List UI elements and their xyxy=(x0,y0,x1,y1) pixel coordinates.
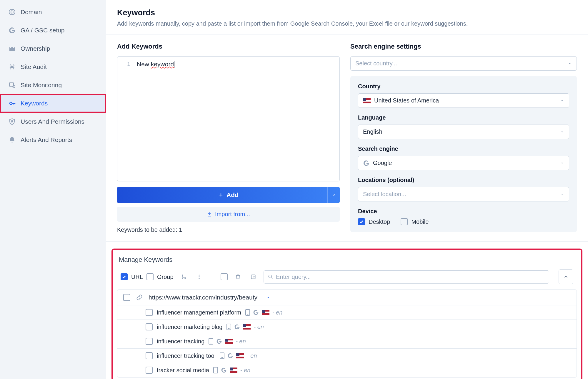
select-all-checkbox[interactable] xyxy=(221,273,228,280)
hierarchy-toggle[interactable] xyxy=(179,272,189,282)
device-mobile-checkbox[interactable]: Mobile xyxy=(401,218,429,225)
group-checkbox[interactable]: Group xyxy=(146,273,174,280)
settings-panel: Country United States of America Languag… xyxy=(350,76,577,232)
manage-keywords-title: Manage Keywords xyxy=(117,256,577,264)
sidebar-item-ownership[interactable]: Ownership xyxy=(0,39,106,58)
sidebar-item-site-audit[interactable]: Site Audit xyxy=(0,58,106,76)
shield-icon xyxy=(8,118,16,125)
us-flag-icon xyxy=(363,98,371,103)
page-subtitle: Add keywords manually, copy and paste a … xyxy=(117,20,577,27)
key-icon xyxy=(8,100,16,107)
keyword-text: influencer marketing blog xyxy=(157,324,222,330)
svg-point-10 xyxy=(199,276,199,277)
mobile-icon xyxy=(245,309,250,316)
caret-down-icon xyxy=(560,130,564,134)
svg-rect-8 xyxy=(184,278,186,279)
device-desktop-label: Desktop xyxy=(369,219,390,225)
url-label: URL xyxy=(131,274,143,280)
url-row-checkbox[interactable] xyxy=(123,294,130,301)
manage-toolbar: URL Group xyxy=(117,269,577,289)
caret-down-icon xyxy=(568,62,572,66)
table-row[interactable]: influencer marketing blog - en xyxy=(117,320,577,334)
table-row[interactable]: tracker social media - en xyxy=(117,363,577,377)
google-g-icon xyxy=(8,27,16,34)
sidebar-item-ga-gsc[interactable]: GA / GSC setup xyxy=(0,21,106,39)
table-row[interactable]: influencer management platform - en xyxy=(117,305,577,320)
locations-select[interactable]: Select location... xyxy=(358,187,569,201)
more-options[interactable] xyxy=(194,272,204,282)
mobile-icon xyxy=(209,338,213,345)
engine-select[interactable]: Google xyxy=(358,156,569,170)
caret-down-icon xyxy=(266,295,270,299)
row-checkbox[interactable] xyxy=(146,309,153,316)
table-url-row[interactable]: https://www.traackr.com/industry/beauty xyxy=(117,290,577,305)
url-checkbox[interactable]: URL xyxy=(121,273,143,280)
url-expand-caret[interactable] xyxy=(266,295,270,299)
bell-icon xyxy=(8,136,16,144)
svg-point-1 xyxy=(11,66,13,68)
locations-label: Locations (optional) xyxy=(358,177,569,183)
page-title: Keywords xyxy=(117,8,577,17)
import-button[interactable]: Import from... xyxy=(117,207,340,222)
row-checkbox[interactable] xyxy=(146,352,153,359)
editor-gutter: 1 xyxy=(117,57,134,181)
editor-body[interactable]: New keyword xyxy=(134,57,339,181)
google-icon xyxy=(363,160,369,166)
sidebar-item-label: Ownership xyxy=(21,45,50,52)
keyword-lang: - en xyxy=(272,309,282,316)
checkbox-checked-icon xyxy=(121,273,128,280)
keywords-editor[interactable]: 1 New keyword xyxy=(117,56,340,181)
row-checkbox[interactable] xyxy=(146,367,153,374)
keywords-count: Keywords to be added: 1 xyxy=(117,226,340,233)
country-label: Country xyxy=(358,83,569,90)
query-search[interactable] xyxy=(264,270,549,284)
table-row[interactable]: influencer tracking tool - en xyxy=(117,349,577,363)
device-desktop-checkbox[interactable]: Desktop xyxy=(358,218,390,225)
import-button-label: Import from... xyxy=(215,211,250,218)
language-select[interactable]: English xyxy=(358,125,569,139)
sidebar-item-domain[interactable]: Domain xyxy=(0,3,106,21)
collapse-button[interactable] xyxy=(559,269,573,284)
caret-down-icon xyxy=(560,161,564,165)
add-button-caret[interactable] xyxy=(327,187,340,203)
query-input[interactable] xyxy=(276,274,545,280)
add-button-label: Add xyxy=(226,191,239,198)
country-placeholder-select[interactable]: Select country... xyxy=(350,56,577,71)
caret-down-icon xyxy=(560,99,564,103)
svg-rect-7 xyxy=(182,278,183,279)
hierarchy-icon xyxy=(181,274,187,280)
country-select[interactable]: United States of America xyxy=(358,93,569,108)
delete-button[interactable] xyxy=(233,272,243,282)
monitor-icon xyxy=(8,81,16,89)
sidebar-item-label: Domain xyxy=(21,9,42,16)
google-icon xyxy=(234,324,240,330)
google-icon xyxy=(221,367,227,373)
sidebar-item-alerts-reports[interactable]: Alerts And Reports xyxy=(0,131,106,149)
language-value: English xyxy=(363,128,382,135)
link-icon xyxy=(136,294,143,301)
sidebar-item-site-monitoring[interactable]: Site Monitoring xyxy=(0,76,106,94)
keyword-meta: - en xyxy=(220,352,257,359)
globe-icon xyxy=(8,8,16,16)
sidebar-item-label: Alerts And Reports xyxy=(21,136,72,143)
locations-placeholder: Select location... xyxy=(363,191,406,198)
us-flag-icon xyxy=(225,339,233,344)
device-mobile-label: Mobile xyxy=(411,219,429,225)
upload-icon xyxy=(207,212,212,217)
sidebar-item-keywords[interactable]: Keywords xyxy=(0,94,106,112)
row-checkbox[interactable] xyxy=(146,323,153,330)
mobile-icon xyxy=(213,367,218,373)
us-flag-icon xyxy=(262,310,269,315)
move-button[interactable] xyxy=(248,272,258,282)
move-icon xyxy=(250,274,256,280)
country-value: United States of America xyxy=(374,97,439,104)
table-row[interactable]: influencer tracking - en xyxy=(117,334,577,349)
add-button[interactable]: Add xyxy=(117,187,340,203)
sidebar-item-label: Site Monitoring xyxy=(21,82,62,89)
sidebar-item-label: Keywords xyxy=(21,100,48,107)
row-checkbox[interactable] xyxy=(146,338,153,345)
google-icon xyxy=(227,353,233,359)
svg-point-5 xyxy=(11,120,13,122)
sidebar-item-users-permissions[interactable]: Users And Permissions xyxy=(0,112,106,131)
sidebar-item-label: Site Audit xyxy=(21,63,47,70)
